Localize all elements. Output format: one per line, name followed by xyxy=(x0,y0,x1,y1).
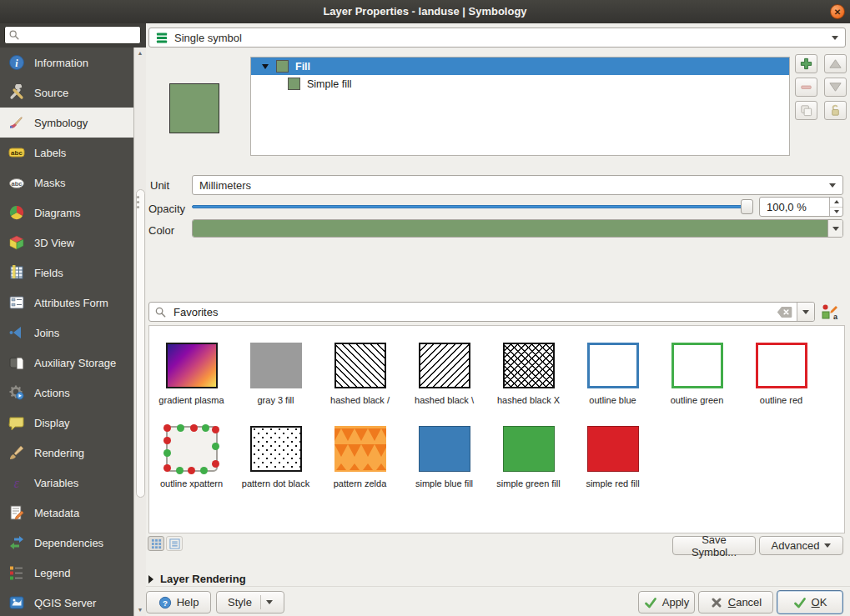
scroll-down-icon[interactable]: ▼ xyxy=(134,604,146,616)
symbol-simple-blue-fill[interactable]: simple blue fill xyxy=(402,409,486,493)
sidebar-item-display[interactable]: Display xyxy=(0,408,133,438)
svg-text:?: ? xyxy=(163,598,168,607)
symbol-outline-xpattern[interactable]: outline xpattern xyxy=(149,409,234,493)
color-swatch xyxy=(193,220,827,237)
svg-text:ε: ε xyxy=(14,476,20,490)
sidebar-item-information[interactable]: iInformation xyxy=(0,48,133,78)
information-icon: i xyxy=(8,54,25,71)
symbol-simple-green-fill[interactable]: simple green fill xyxy=(486,409,571,493)
opacity-slider[interactable] xyxy=(192,198,755,215)
move-down-button[interactable] xyxy=(824,78,847,97)
list-view-toggle[interactable] xyxy=(166,536,183,551)
filter-dropdown-button[interactable] xyxy=(797,303,814,321)
sidebar-item-variables[interactable]: εVariables xyxy=(0,468,133,498)
color-button[interactable] xyxy=(192,219,843,238)
close-button[interactable]: ✕ xyxy=(830,4,845,19)
symbol-label: hashed black / xyxy=(330,395,390,407)
sidebar-item-source[interactable]: Source xyxy=(0,78,133,108)
symbol-pattern-dot-black[interactable]: pattern dot black xyxy=(234,409,318,493)
symbol-label: hashed black X xyxy=(497,395,560,407)
sidebar-item-label: Legend xyxy=(34,567,70,579)
clear-filter-icon[interactable] xyxy=(777,306,792,318)
add-symbol-layer-button[interactable] xyxy=(795,54,817,73)
duplicate-symbol-layer-button[interactable] xyxy=(795,101,817,120)
sidebar-item-auxiliary-storage[interactable]: Auxiliary Storage xyxy=(0,348,133,378)
symbol-hashed-black[interactable]: hashed black / xyxy=(318,326,402,409)
search-icon xyxy=(154,306,167,318)
sidebar-search-input[interactable] xyxy=(20,28,137,42)
symbol-layer-tree: Fill Simple fill xyxy=(250,57,790,156)
apply-button[interactable]: Apply xyxy=(638,591,695,613)
layer-rendering-section[interactable]: Layer Rendering xyxy=(148,573,246,585)
tree-row-fill[interactable]: Fill xyxy=(251,58,789,75)
sidebar-search-box[interactable] xyxy=(4,26,141,44)
scrollbar-thumb[interactable] xyxy=(136,189,145,498)
ok-button[interactable]: OK xyxy=(777,590,843,614)
sidebar-item-3d-view[interactable]: 3D View xyxy=(0,228,133,258)
sidebar-item-labels[interactable]: abcLabels xyxy=(0,138,133,168)
expand-collapse-icon[interactable] xyxy=(262,64,269,69)
joins-icon xyxy=(8,324,25,341)
labels-icon: abc xyxy=(8,144,25,161)
unit-label: Unit xyxy=(150,179,169,192)
variables-icon: ε xyxy=(8,474,25,491)
symbol-preview xyxy=(756,343,807,388)
tree-row-simple-fill[interactable]: Simple fill xyxy=(251,75,789,93)
unit-select[interactable]: Millimeters xyxy=(192,175,843,195)
titlebar[interactable]: Layer Properties - landuse | Symbology ✕ xyxy=(0,0,850,23)
sidebar-item-metadata[interactable]: Metadata xyxy=(0,498,133,528)
spin-down-icon xyxy=(834,210,839,213)
save-symbol-button[interactable]: Save Symbol... xyxy=(672,536,756,555)
symbol-gradient-plasma[interactable]: gradient plasma xyxy=(149,326,234,409)
renderer-select[interactable]: Single symbol xyxy=(148,28,846,48)
style-button[interactable]: Style xyxy=(216,591,284,613)
sidebar-item-label: Actions xyxy=(34,387,70,399)
advanced-button[interactable]: Advanced xyxy=(759,536,843,555)
scroll-up-icon[interactable]: ▲ xyxy=(134,48,146,59)
spin-down-button[interactable] xyxy=(830,208,842,217)
legend-icon xyxy=(8,564,25,581)
sidebar-item-diagrams[interactable]: Diagrams xyxy=(0,198,133,228)
sidebar-item-joins[interactable]: Joins xyxy=(0,318,133,348)
help-button[interactable]: ? Help xyxy=(146,591,211,613)
fields-icon xyxy=(8,264,25,281)
sidebar-item-attributes-form[interactable]: Attributes Form xyxy=(0,288,133,318)
sidebar-scrollbar[interactable]: ▲ ▼ xyxy=(133,48,146,616)
sidebar-item-rendering[interactable]: Rendering xyxy=(0,438,133,468)
symbol-simple-red-fill[interactable]: simple red fill xyxy=(571,409,655,493)
opacity-spinbox[interactable]: 100,0 % xyxy=(759,197,843,217)
remove-symbol-layer-button[interactable] xyxy=(795,78,817,97)
move-up-button[interactable] xyxy=(824,54,847,73)
opacity-slider-handle[interactable] xyxy=(741,199,753,214)
symbol-preview xyxy=(587,426,639,472)
xpattern-dot xyxy=(212,426,219,433)
symbol-hashed-black-1[interactable]: hashed black \ xyxy=(402,326,486,409)
icon-view-toggle[interactable] xyxy=(148,536,164,551)
xpattern-dot xyxy=(212,443,219,450)
sidebar-item-fields[interactable]: Fields xyxy=(0,258,133,288)
actions-icon xyxy=(8,384,25,401)
sidebar-item-actions[interactable]: Actions xyxy=(0,378,133,408)
xpattern-dot xyxy=(188,467,195,474)
lock-color-button[interactable] xyxy=(824,101,847,120)
symbol-filter-box[interactable] xyxy=(148,302,815,322)
sidebar-item-symbology[interactable]: Symbology xyxy=(0,108,133,138)
style-manager-button[interactable]: a xyxy=(822,303,838,320)
symbol-pattern-zelda[interactable]: pattern zelda xyxy=(318,409,402,493)
simple-fill-symbol-icon xyxy=(288,78,300,90)
symbol-outline-blue[interactable]: outline blue xyxy=(571,326,655,409)
symbol-hashed-black-x[interactable]: hashed black X xyxy=(486,326,571,409)
spin-up-button[interactable] xyxy=(830,198,842,208)
close-icon: ✕ xyxy=(834,8,841,17)
symbol-gray-3-fill[interactable]: gray 3 fill xyxy=(234,326,318,409)
sidebar-item-qgis-server[interactable]: QGIS Server xyxy=(0,588,133,616)
symbol-outline-green[interactable]: outline green xyxy=(655,326,739,409)
symbol-outline-red[interactable]: outline red xyxy=(739,326,823,409)
sidebar-item-legend[interactable]: Legend xyxy=(0,558,133,588)
symbol-filter-input[interactable] xyxy=(172,305,777,319)
sidebar-item-dependencies[interactable]: Dependencies xyxy=(0,528,133,558)
symbol-label: simple blue fill xyxy=(415,478,473,490)
sidebar-item-masks[interactable]: abcMasks xyxy=(0,168,133,198)
cancel-button[interactable]: Cancel xyxy=(698,591,773,613)
chevron-down-icon xyxy=(832,36,838,40)
